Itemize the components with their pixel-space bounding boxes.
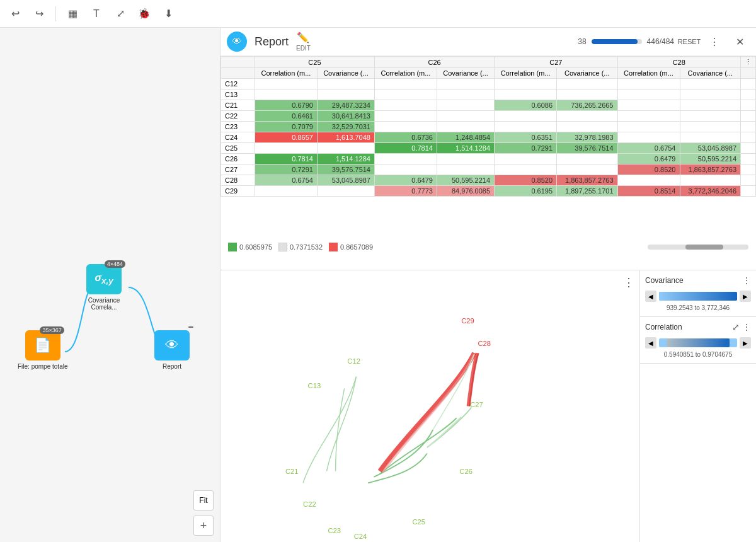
report-eye-icon: 👁 (227, 32, 247, 52)
report-node-badge (188, 326, 193, 328)
c27-corr-header: Correlation (m... (495, 68, 557, 79)
sub-scroll-indicator (741, 68, 756, 79)
correlation-panel-header: Correlation ⤢ ⋮ (645, 322, 751, 332)
report-controls: 38 446/484 RESET ⋮ ✕ (578, 32, 750, 52)
table-row: C13 (221, 89, 756, 100)
covariance-more-icon: ⋮ (742, 275, 751, 285)
covariance-more-button[interactable]: ⋮ (742, 275, 751, 285)
edit-button[interactable]: ✏️ EDIT (296, 32, 311, 52)
undo-button[interactable]: ↩ (5, 4, 25, 24)
table-row: C23 0.7079 32,529.7031 (221, 122, 756, 132)
download-button[interactable]: ⬇ (158, 4, 178, 24)
covariance-node[interactable]: σx,y 4×484 Covariance Correla... (79, 264, 129, 311)
col-c26-header: C26 (374, 57, 494, 68)
table-section: C25 C26 C27 C28 ⋮ Correlation (m... Cova… (220, 56, 756, 270)
edit-icon: ✏️ (297, 32, 309, 43)
covariance-slider-container: ◀ ▶ (645, 291, 751, 302)
edit-label: EDIT (296, 45, 311, 52)
report-header: 👁 Report ✏️ EDIT 38 446/484 RESET ⋮ ✕ (220, 28, 756, 56)
row-label-c23: C23 (221, 122, 255, 132)
graph-label-c25: C25 (412, 518, 425, 526)
c25-corr-header: Correlation (m... (255, 68, 317, 79)
right-sidebar: Covariance ⋮ ◀ ▶ 939.2543 to 3,772,346 (639, 270, 756, 542)
correlation-table: C25 C26 C27 C28 ⋮ Correlation (m... Cova… (220, 56, 756, 197)
fit-button[interactable]: Fit (193, 490, 214, 510)
table-row: C29 0.7773 84,976.0085 0.6195 1,897,255.… (221, 186, 756, 197)
legend-green-box (228, 243, 237, 251)
graph-canvas: ⋮ (220, 270, 639, 542)
c25-cov-header: Covariance (... (317, 68, 374, 79)
covariance-title: Covariance (645, 276, 684, 285)
table-scrollbar[interactable] (648, 245, 748, 250)
covariance-left-arrow[interactable]: ◀ (645, 291, 656, 302)
c27-cov-header: Covariance (... (557, 68, 617, 79)
header-more-button[interactable]: ⋮ (704, 32, 724, 52)
row-label-c25: C25 (221, 143, 255, 154)
text-button[interactable]: T (86, 4, 106, 24)
reset-button[interactable]: RESET (679, 32, 699, 52)
graph-label-c22: C22 (303, 500, 316, 508)
c28-corr-header: Correlation (m... (617, 68, 680, 79)
table-row: C24 0.8657 1,613.7048 0.6736 1,248.4854 … (221, 132, 756, 143)
expand-button[interactable]: ⤢ (110, 4, 130, 24)
graph-more-button[interactable]: ⋮ (623, 275, 634, 289)
table-button[interactable]: ▦ (62, 4, 83, 24)
correlation-left-arrow[interactable]: ◀ (645, 337, 656, 349)
correlation-slider[interactable] (659, 338, 737, 347)
c26-corr-header: Correlation (m... (374, 68, 437, 79)
table-scroll[interactable]: C25 C26 C27 C28 ⋮ Correlation (m... Cova… (220, 56, 756, 239)
report-title: Report (255, 35, 289, 49)
edge-c24-c28-red (380, 353, 474, 471)
covariance-right-arrow[interactable]: ▶ (740, 291, 751, 302)
covariance-node-box: σx,y 4×484 (86, 264, 122, 294)
covariance-range-value: 939.2543 to 3,772,346 (645, 304, 751, 311)
toolbar-divider-1 (55, 6, 56, 21)
graph-label-c28: C28 (478, 340, 491, 347)
row-label-c13: C13 (221, 89, 255, 100)
add-icon: + (200, 519, 207, 533)
graph-label-c13: C13 (308, 382, 321, 389)
report-node-label: Report (163, 363, 181, 370)
report-node-box: 👁 (154, 330, 190, 360)
table-row: C26 0.7814 1,514.1284 0.6479 50,595.2214 (221, 154, 756, 164)
graph-label-c21: C21 (285, 468, 299, 475)
correlation-range-value: 0.5940851 to 0.9704675 (645, 351, 751, 358)
header-close-button[interactable]: ✕ (730, 32, 750, 52)
table-row: C12 (221, 79, 756, 89)
covariance-panel-header: Covariance ⋮ (645, 275, 751, 285)
graph-label-c24: C24 (354, 533, 367, 540)
row-label-c28: C28 (221, 175, 255, 186)
graph-label-c12: C12 (347, 357, 360, 365)
report-wf-node[interactable]: 👁 Report (154, 330, 190, 370)
add-button[interactable]: + (193, 516, 214, 536)
fit-label: Fit (199, 496, 207, 505)
workflow-canvas: 📄 35×367 File: pompe totale σx,y 4×484 C… (0, 28, 220, 542)
graph-label-c27: C27 (470, 401, 483, 408)
legend-neutral-value: 0.7371532 (290, 243, 323, 251)
covariance-slider[interactable] (659, 292, 737, 301)
progress-label: 446/484 (647, 37, 674, 46)
covariance-node-label: Covariance Correla... (79, 297, 129, 311)
table-row: C27 0.7291 39,576.7514 0.8520 1,863,857.… (221, 164, 756, 175)
graph-label-c26: C26 (459, 468, 472, 475)
scrollbar-thumb (685, 245, 723, 250)
workflow-panel: 📄 35×367 File: pompe totale σx,y 4×484 C… (0, 28, 220, 542)
correlation-more-icon: ⋮ (742, 322, 751, 332)
graph-section: ⋮ (220, 270, 756, 542)
correlation-title: Correlation (645, 323, 682, 332)
progress-bar (592, 39, 642, 44)
file-node[interactable]: 📄 35×367 File: pompe totale (18, 330, 68, 370)
graph-svg: C12 C13 C21 C22 C23 C24 C25 C26 C27 C28 … (220, 270, 639, 542)
table-row: C22 0.6461 30,641.8413 (221, 111, 756, 122)
scroll-indicator: ⋮ (741, 57, 756, 68)
legend-red: 0.8657089 (329, 243, 373, 251)
correlation-right-arrow[interactable]: ▶ (740, 337, 751, 349)
col-c25-header: C25 (255, 57, 374, 68)
correlation-more-button[interactable]: ⤢ ⋮ (732, 322, 751, 332)
progress-number: 38 (578, 37, 586, 46)
file-node-label: File: pompe totale (18, 363, 68, 370)
bug-button[interactable]: 🐞 (134, 4, 154, 24)
col-c28-header: C28 (617, 57, 741, 68)
redo-button[interactable]: ↪ (29, 4, 49, 24)
correlation-slider-container: ◀ ▶ (645, 337, 751, 349)
